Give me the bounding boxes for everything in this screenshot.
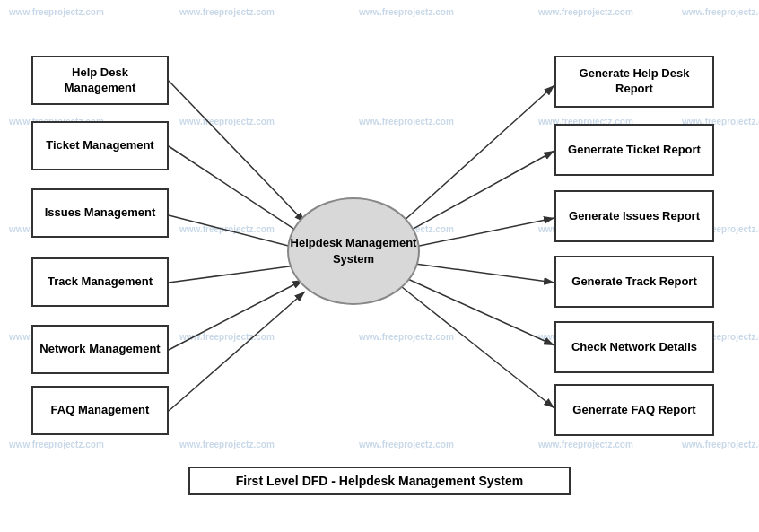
diagram-container: www.freeprojectz.com www.freeprojectz.co… xyxy=(0,0,759,532)
svg-line-8 xyxy=(402,151,554,235)
track-management-box: Track Management xyxy=(31,257,169,307)
issues-management-box: Issues Management xyxy=(31,188,169,238)
watermark: www.freeprojectz.com xyxy=(179,7,275,17)
ticket-management-box: Ticket Management xyxy=(31,121,169,170)
footer-label: First Level DFD - Helpdesk Management Sy… xyxy=(188,467,571,495)
watermark: www.freeprojectz.com xyxy=(179,224,275,234)
generate-track-report-box: Generate Track Report xyxy=(554,256,714,308)
generate-faq-report-box: Generrate FAQ Report xyxy=(554,384,714,436)
watermark: www.freeprojectz.com xyxy=(179,117,275,126)
help-desk-management-box: Help Desk Management xyxy=(31,56,169,105)
generate-issues-report-box: Generate Issues Report xyxy=(554,190,714,242)
network-management-box: Network Management xyxy=(31,325,169,374)
svg-line-6 xyxy=(169,292,305,411)
generate-ticket-report-box: Generrate Ticket Report xyxy=(554,124,714,176)
watermark: www.freeprojectz.com xyxy=(359,332,454,342)
svg-line-2 xyxy=(169,146,303,235)
center-ellipse: Helpdesk Management System xyxy=(287,197,420,305)
watermark: www.freeprojectz.com xyxy=(538,440,633,449)
watermark: www.freeprojectz.com xyxy=(179,332,275,342)
svg-line-4 xyxy=(169,265,302,283)
watermark: www.freeprojectz.com xyxy=(359,7,454,17)
svg-line-1 xyxy=(169,81,305,222)
watermark: www.freeprojectz.com xyxy=(9,7,104,17)
watermark: www.freeprojectz.com xyxy=(682,440,759,449)
svg-line-10 xyxy=(402,262,554,283)
faq-management-box: FAQ Management xyxy=(31,386,169,435)
svg-line-11 xyxy=(402,276,554,345)
generate-help-desk-report-box: Generate Help Desk Report xyxy=(554,56,714,108)
watermark: www.freeprojectz.com xyxy=(682,7,759,17)
watermark: www.freeprojectz.com xyxy=(359,440,454,449)
center-ellipse-label: Helpdesk Management System xyxy=(289,235,418,267)
svg-line-5 xyxy=(169,280,303,350)
svg-line-3 xyxy=(169,215,302,249)
watermark: www.freeprojectz.com xyxy=(9,440,104,449)
svg-line-12 xyxy=(402,287,554,408)
watermark: www.freeprojectz.com xyxy=(179,440,275,449)
svg-line-9 xyxy=(402,218,554,249)
watermark: www.freeprojectz.com xyxy=(538,7,633,17)
check-network-details-box: Check Network Details xyxy=(554,321,714,373)
watermark: www.freeprojectz.com xyxy=(359,117,454,126)
svg-line-7 xyxy=(402,85,554,222)
